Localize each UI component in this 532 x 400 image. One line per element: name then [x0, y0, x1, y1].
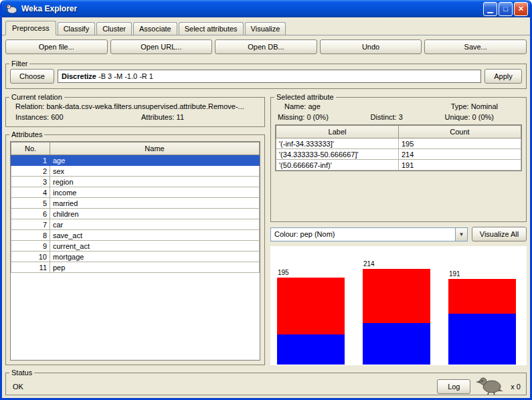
value-table-body: '(-inf-34.333333]'195'(34.333333-50.6666…: [276, 138, 521, 171]
log-button[interactable]: Log: [437, 379, 470, 394]
tab-associate[interactable]: Associate: [133, 22, 177, 35]
weka-app-icon: [6, 3, 18, 14]
filter-row: Choose Discretize -B 3 -M -1.0 -R 1 Appl…: [6, 68, 526, 88]
attribute-name-field: Name: age: [284, 102, 321, 110]
value-table: Label Count '(-inf-34.333333]'195'(34.33…: [276, 125, 521, 171]
relation-line: Relation: bank-data.csv-weka.filters.uns…: [6, 101, 264, 110]
unique-field: Unique: 0 (0%): [445, 113, 494, 121]
histogram-bar: 191: [448, 270, 516, 365]
attribute-row[interactable]: 8save_act: [11, 230, 260, 241]
source-button-row: Open file... Open URL... Open DB... Undo…: [5, 39, 527, 54]
minimize-button[interactable]: ▁: [483, 2, 497, 16]
attributes-table-body: 1age2sex3region4income5married6children7…: [11, 155, 260, 273]
attribute-type-label: Type:: [451, 102, 469, 110]
status-legend: Status: [9, 369, 34, 377]
visualize-controls-row: Colour: pep (Nom) ▼ Visualize All: [270, 227, 527, 241]
apply-filter-button[interactable]: Apply: [484, 69, 522, 84]
attribute-row[interactable]: 9current_act: [11, 241, 260, 252]
filter-legend: Filter: [9, 60, 29, 68]
current-relation-legend: Current relation: [9, 93, 64, 101]
attribute-row[interactable]: 5married: [11, 198, 260, 209]
maximize-button[interactable]: □: [499, 2, 513, 16]
attributes-legend: Attributes: [9, 130, 44, 138]
attribute-row[interactable]: 6children: [11, 209, 260, 219]
tab-classify[interactable]: Classify: [58, 22, 96, 35]
filter-args: -B 3 -M -1.0 -R 1: [96, 72, 153, 80]
choose-filter-button[interactable]: Choose: [10, 69, 54, 84]
left-column: Current relation Relation: bank-data.csv…: [5, 93, 265, 365]
weka-process-count: x 0: [511, 383, 521, 391]
attribute-row[interactable]: 10mortgage: [11, 252, 260, 262]
attribute-row[interactable]: 7car: [11, 219, 260, 230]
attribute-type-value: Nominal: [471, 102, 498, 110]
red-top-segment-segment: [277, 278, 345, 334]
window-title: Weka Explorer: [21, 4, 480, 13]
tab-cluster[interactable]: Cluster: [96, 22, 132, 35]
dropdown-arrow-icon[interactable]: ▼: [455, 228, 467, 241]
missing-label: Missing:: [278, 113, 304, 121]
attribute-type-field: Type: Nominal: [451, 102, 498, 110]
attributes-table-container: No. Name 1age2sex3region4income5married6…: [10, 141, 260, 361]
attribute-row[interactable]: 2sex: [11, 166, 260, 177]
distinct-value: 3: [399, 113, 403, 121]
column-header-count: Count: [399, 126, 521, 138]
blue-bottom-segment-segment: [448, 314, 516, 365]
attributes-panel: Attributes No. Name 1age2sex3region4inco…: [5, 130, 265, 365]
attributes-table-header: No. Name: [11, 142, 260, 155]
attribute-count-value: 11: [177, 113, 184, 121]
instances-value: 600: [51, 113, 63, 121]
attribute-stats-row2: Missing: 0 (0%) Distinct: 3 Unique: 0 (0…: [271, 110, 526, 121]
visualize-all-button[interactable]: Visualize All: [472, 227, 527, 241]
open-db-button[interactable]: Open DB...: [215, 39, 317, 54]
instances-field: Instances: 600: [15, 113, 141, 121]
status-panel: Status OK Log x 0: [5, 369, 527, 395]
histogram-bar: 195: [277, 269, 345, 365]
right-column: Selected attribute Name: age Type: Nomin…: [270, 93, 527, 365]
colour-combobox[interactable]: Colour: pep (Nom) ▼: [270, 227, 468, 241]
open-url-button[interactable]: Open URL...: [110, 39, 213, 54]
filter-name: Discretize: [62, 72, 96, 80]
blue-bottom-segment-segment: [363, 323, 430, 365]
red-top-segment-segment: [448, 279, 516, 314]
open-file-button[interactable]: Open file...: [5, 39, 108, 54]
attribute-row[interactable]: 4income: [11, 187, 260, 198]
blue-bottom-segment-segment: [277, 334, 345, 365]
attribute-row[interactable]: 1age: [11, 155, 260, 166]
column-header-label: Label: [276, 126, 399, 138]
bar-count-label: 214: [363, 260, 430, 268]
bar-count-label: 191: [449, 270, 516, 278]
attribute-count-label: Attributes:: [141, 113, 175, 121]
attribute-row[interactable]: 11pep: [11, 262, 260, 273]
relation-value: bank-data.csv-weka.filters.unsupervised.…: [46, 102, 244, 110]
save-button[interactable]: Save...: [424, 39, 527, 54]
unique-label: Unique:: [445, 113, 470, 121]
attribute-count-field: Attributes: 11: [141, 113, 184, 121]
unique-value: 0 (0%): [472, 113, 494, 121]
maximize-icon: □: [503, 5, 508, 13]
tab-select-attributes[interactable]: Select attributes: [179, 22, 244, 35]
instances-label: Instances:: [15, 113, 49, 121]
red-top-segment-segment: [363, 269, 430, 323]
colour-combobox-value: Colour: pep (Nom): [271, 230, 455, 238]
status-text: OK: [13, 383, 432, 391]
weka-bird-icon: [476, 377, 504, 396]
preprocess-panel: Open file... Open URL... Open DB... Undo…: [2, 35, 530, 398]
close-button[interactable]: ×: [514, 2, 528, 16]
filter-panel: Filter Choose Discretize -B 3 -M -1.0 -R…: [5, 60, 527, 89]
undo-button[interactable]: Undo: [320, 39, 422, 54]
bar-count-label: 195: [278, 269, 345, 276]
selected-attribute-panel: Selected attribute Name: age Type: Nomin…: [270, 93, 527, 222]
histogram-bar: 214: [363, 260, 430, 365]
attribute-name-value: age: [308, 102, 320, 110]
tab-preprocess[interactable]: Preprocess: [5, 21, 56, 35]
missing-value: 0 (0%): [306, 113, 328, 121]
titlebar: Weka Explorer ▁ □ ×: [2, 0, 530, 17]
tab-visualize[interactable]: Visualize: [245, 22, 286, 35]
close-icon: ×: [519, 3, 524, 13]
distinct-field: Distinct: 3: [371, 113, 403, 121]
value-row: '(-inf-34.333333]'195: [276, 138, 521, 149]
status-row: OK Log x 0: [6, 377, 526, 397]
filter-expression-field[interactable]: Discretize -B 3 -M -1.0 -R 1: [58, 70, 481, 83]
attribute-row[interactable]: 3region: [11, 177, 260, 187]
relation-label: Relation:: [15, 102, 44, 110]
